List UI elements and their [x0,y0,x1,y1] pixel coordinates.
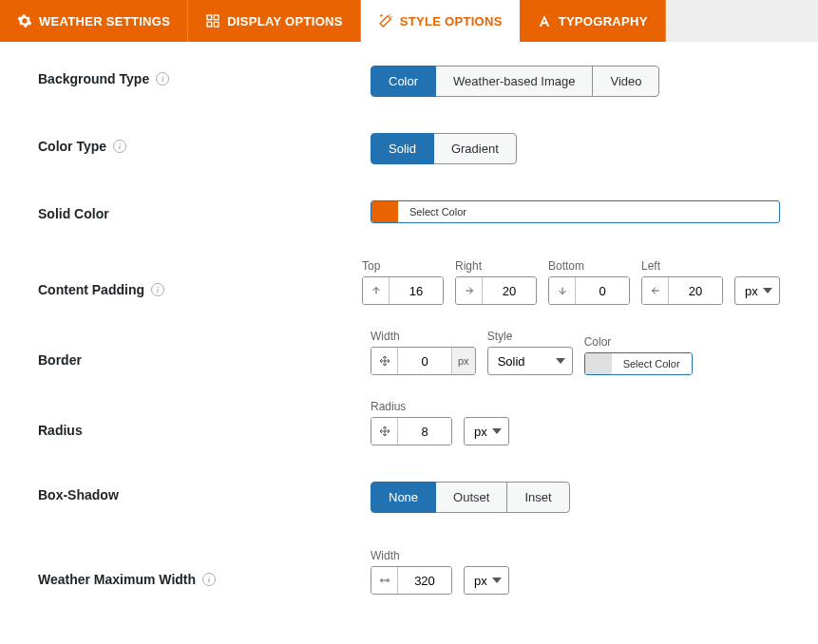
arrow-right-icon [456,277,483,304]
color-swatch [585,353,612,374]
solid-color-picker[interactable]: Select Color [371,200,780,223]
shadow-outset[interactable]: Outset [435,482,507,513]
bg-option-weather-image[interactable]: Weather-based Image [435,66,593,97]
tab-typography[interactable]: TYPOGRAPHY [520,0,666,42]
max-width-input[interactable] [371,566,452,595]
field-label-top: Top [362,259,444,273]
color-type-gradient[interactable]: Gradient [433,133,517,164]
select-color-button[interactable]: Select Color [612,353,692,374]
info-icon[interactable]: i [202,573,216,586]
background-type-group: Color Weather-based Image Video [371,66,780,97]
label-max-width: Weather Maximum Width [38,572,196,587]
wand-icon [378,13,393,28]
label-content-padding: Content Padding [38,282,144,297]
padding-right-value[interactable] [483,277,536,304]
arrow-up-icon [363,277,390,304]
info-icon[interactable]: i [156,72,169,85]
padding-bottom-value[interactable] [576,277,629,304]
label-border: Border [38,352,82,368]
border-width-value[interactable] [398,348,451,374]
select-color-button[interactable]: Select Color [398,201,478,222]
info-icon[interactable]: i [113,140,126,153]
tab-weather-settings[interactable]: WEATHER SETTINGS [0,0,188,42]
padding-top-input[interactable] [362,276,444,305]
arrow-down-icon [549,277,576,304]
label-box-shadow: Box-Shadow [38,487,119,502]
shadow-none[interactable]: None [371,482,436,513]
color-swatch [371,201,398,222]
field-label-bottom: Bottom [548,259,630,273]
info-icon[interactable]: i [151,283,164,296]
tab-label: STYLE OPTIONS [400,14,503,28]
typography-icon [537,13,552,28]
border-width-unit: px [451,348,475,374]
svg-rect-3 [215,22,219,27]
svg-rect-1 [215,15,219,20]
arrows-horizontal-icon [371,567,398,594]
field-label-style: Style [487,330,573,343]
max-width-value[interactable] [398,567,451,594]
bg-option-color[interactable]: Color [371,66,436,97]
radius-value[interactable] [398,418,451,445]
padding-left-value[interactable] [669,277,722,304]
padding-bottom-input[interactable] [548,276,630,305]
shadow-inset[interactable]: Inset [506,482,569,513]
tab-style-options[interactable]: STYLE OPTIONS [361,0,520,42]
move-icon [371,348,398,374]
label-color-type: Color Type [38,139,106,154]
svg-rect-2 [207,22,212,27]
radius-input[interactable] [371,417,452,445]
border-color-picker[interactable]: Select Color [584,352,693,375]
bg-option-video[interactable]: Video [592,66,659,97]
move-icon [371,418,398,445]
label-background-type: Background Type [38,71,149,86]
svg-rect-0 [207,15,212,20]
field-label-color: Color [584,335,693,349]
gear-icon [17,13,32,28]
color-type-solid[interactable]: Solid [371,133,434,164]
grid-icon [205,13,220,28]
arrow-left-icon [642,277,669,304]
tab-label: DISPLAY OPTIONS [227,14,343,28]
max-width-unit-select[interactable]: px [464,566,509,595]
tab-display-options[interactable]: DISPLAY OPTIONS [188,0,361,42]
tab-label: WEATHER SETTINGS [39,14,170,28]
padding-unit-select[interactable]: px [734,276,780,305]
border-style-select[interactable]: Solid [487,347,573,375]
label-radius: Radius [38,423,83,438]
field-label-radius: Radius [371,400,452,413]
field-label-left: Left [641,259,723,273]
field-label-width: Width [371,549,452,562]
padding-left-input[interactable] [641,276,723,305]
padding-right-input[interactable] [455,276,537,305]
label-solid-color: Solid Color [38,206,109,221]
field-label-right: Right [455,259,537,273]
field-label-width: Width [371,330,476,343]
padding-top-value[interactable] [390,277,443,304]
border-width-input[interactable]: px [371,347,476,375]
tab-bar-filler [666,0,818,42]
radius-unit-select[interactable]: px [464,417,509,445]
color-type-group: Solid Gradient [371,133,780,164]
tab-label: TYPOGRAPHY [559,14,648,28]
box-shadow-group: None Outset Inset [371,482,780,513]
